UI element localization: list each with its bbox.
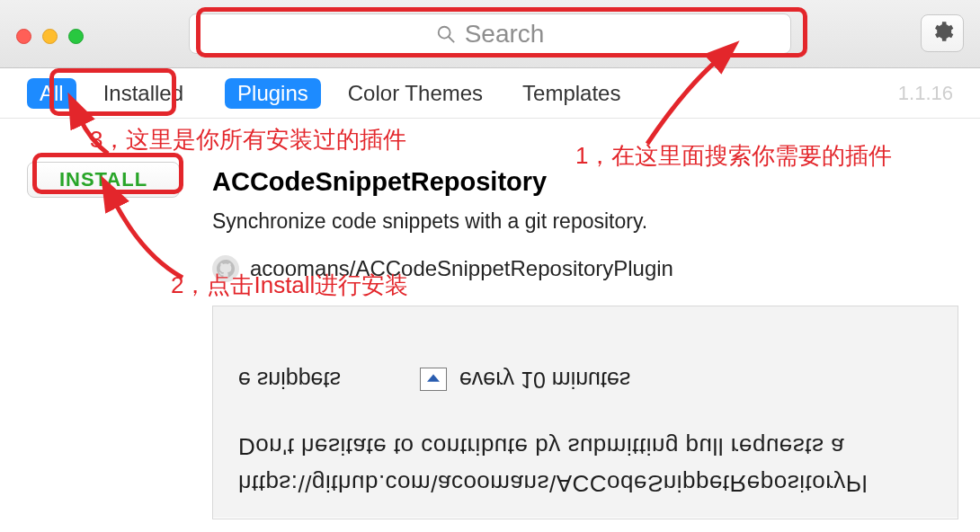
tab-color-themes[interactable]: Color Themes [335, 78, 495, 109]
tab-plugins[interactable]: Plugins [225, 78, 321, 109]
plugin-title: ACCodeSnippetRepository [212, 167, 953, 197]
install-button-label: INSTALL [59, 168, 147, 191]
preview-interval: every 10 minutes [459, 367, 630, 393]
plugin-preview-panel: https:\\github.com\acoomans\ACCodeSnippe… [212, 306, 958, 519]
gear-icon [931, 20, 954, 47]
github-icon [212, 255, 239, 282]
plugin-repo[interactable]: acoomans/ACCodeSnippetRepositoryPlugin [250, 256, 673, 281]
preview-snippets-fragment: e snippets [238, 367, 341, 393]
tab-plugins-label: Plugins [237, 81, 308, 106]
search-field-wrap[interactable]: Search [189, 13, 791, 54]
filter-tabs: All Installed Plugins Color Themes Templ… [0, 68, 980, 119]
close-window-button[interactable] [16, 29, 31, 44]
minimize-window-button[interactable] [42, 29, 58, 44]
tab-color-themes-label: Color Themes [348, 81, 483, 106]
zoom-window-button[interactable] [68, 29, 84, 44]
tab-templates-label: Templates [522, 81, 620, 106]
tab-installed-label: Installed [103, 81, 183, 106]
install-button[interactable]: INSTALL [27, 162, 180, 198]
titlebar: Search [0, 0, 980, 68]
tab-all-label: All [40, 81, 64, 106]
plugin-repo-line: acoomans/ACCodeSnippetRepositoryPlugin [212, 255, 953, 282]
app-version-label: 1.1.16 [898, 82, 953, 105]
window-controls [16, 29, 84, 44]
preview-contrib: Don't hesitate to contribute by submitti… [238, 432, 932, 460]
plugin-entry: ACCodeSnippetRepository Synchronize code… [212, 131, 953, 282]
settings-button[interactable] [921, 14, 964, 52]
dropdown-icon [420, 368, 447, 392]
tab-installed[interactable]: Installed [91, 78, 196, 109]
tab-all[interactable]: All [27, 78, 76, 109]
content-area: INSTALL ACCodeSnippetRepository Synchron… [0, 119, 980, 282]
tab-templates[interactable]: Templates [510, 78, 633, 109]
plugin-description: Synchronize code snippets with a git rep… [212, 209, 953, 234]
preview-url: https:\\github.com\acoomans\ACCodeSnippe… [238, 469, 932, 497]
